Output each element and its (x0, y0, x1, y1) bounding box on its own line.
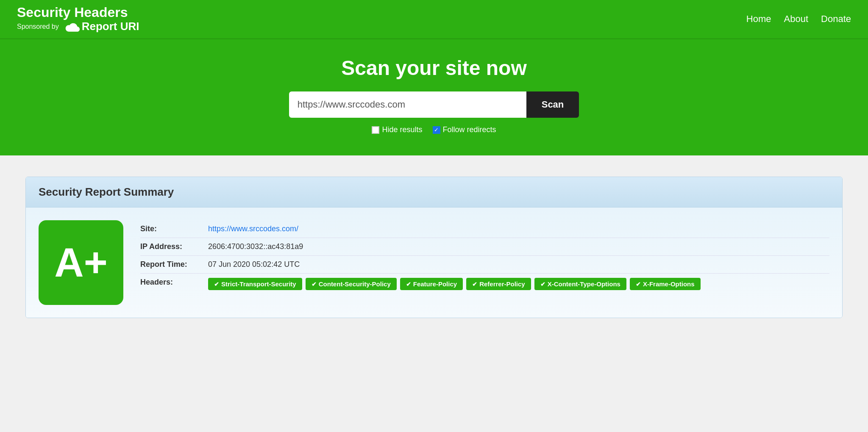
site-value: https://www.srccodes.com/ (208, 224, 829, 233)
time-row: Report Time: 07 Jun 2020 05:02:42 UTC (140, 256, 829, 274)
report-details: Site: https://www.srccodes.com/ IP Addre… (140, 220, 829, 294)
follow-redirects-option[interactable]: ✓ Follow redirects (433, 125, 496, 134)
badge-label: X-Content-Type-Options (548, 280, 620, 288)
badge-checkmark: ✔ (312, 281, 317, 288)
report-section-title: Security Report Summary (39, 186, 174, 198)
hero-section: Scan your site now Scan Hide results ✓ F… (0, 39, 868, 155)
headers-label: Headers: (140, 278, 208, 287)
badge-checkmark: ✔ (214, 281, 219, 288)
badge-checkmark: ✔ (540, 281, 545, 288)
header-badge: ✔Referrer-Policy (466, 278, 531, 290)
grade-value: A+ (54, 242, 107, 283)
report-section: Security Report Summary A+ Site: https:/… (0, 177, 868, 343)
header-badge: ✔X-Content-Type-Options (534, 278, 626, 290)
report-body: A+ Site: https://www.srccodes.com/ IP Ad… (26, 208, 842, 318)
time-label: Report Time: (140, 260, 208, 269)
headers-row: Headers: ✔Strict-Transport-Security✔Cont… (140, 274, 829, 294)
nav-home[interactable]: Home (746, 14, 771, 25)
sponsored-by-text: Sponsored by (17, 23, 59, 30)
badge-label: Content-Security-Policy (319, 280, 391, 288)
scan-button[interactable]: Scan (526, 91, 579, 118)
header-badge: ✔Content-Security-Policy (306, 278, 397, 290)
badge-label: X-Frame-Options (643, 280, 695, 288)
report-uri-text: Report URI (82, 20, 139, 33)
hero-form: Scan (8, 91, 860, 118)
site-row: Site: https://www.srccodes.com/ (140, 220, 829, 238)
hero-title: Scan your site now (8, 56, 860, 80)
site-link[interactable]: https://www.srccodes.com/ (208, 224, 298, 233)
time-value: 07 Jun 2020 05:02:42 UTC (208, 260, 829, 269)
badge-checkmark: ✔ (472, 281, 477, 288)
brand: Security Headers Sponsored by Report URI (17, 5, 139, 33)
hide-results-option[interactable]: Hide results (372, 125, 422, 134)
header-badge: ✔Strict-Transport-Security (208, 278, 302, 290)
ip-row: IP Address: 2606:4700:3032::ac43:81a9 (140, 238, 829, 256)
nav-links: Home About Donate (746, 14, 851, 25)
cloud-icon (62, 21, 79, 32)
grade-box: A+ (39, 220, 123, 305)
ip-value: 2606:4700:3032::ac43:81a9 (208, 242, 829, 251)
report-uri-logo: Report URI (62, 20, 139, 33)
url-input[interactable] (289, 91, 526, 118)
sponsored-by: Sponsored by Report URI (17, 20, 139, 33)
hide-results-checkbox[interactable] (372, 126, 379, 134)
follow-redirects-label: Follow redirects (443, 125, 496, 134)
brand-title: Security Headers (17, 5, 139, 20)
headers-container: ✔Strict-Transport-Security✔Content-Secur… (208, 278, 701, 290)
badge-checkmark: ✔ (636, 281, 641, 288)
navbar: Security Headers Sponsored by Report URI… (0, 0, 868, 39)
badge-label: Feature-Policy (413, 280, 457, 288)
header-badge: ✔X-Frame-Options (630, 278, 701, 290)
site-label: Site: (140, 224, 208, 233)
report-card: Security Report Summary A+ Site: https:/… (25, 177, 843, 318)
badge-label: Referrer-Policy (479, 280, 525, 288)
ip-label: IP Address: (140, 242, 208, 251)
header-badge: ✔Feature-Policy (400, 278, 463, 290)
hero-options: Hide results ✓ Follow redirects (8, 125, 860, 134)
badge-label: Strict-Transport-Security (221, 280, 296, 288)
nav-donate[interactable]: Donate (821, 14, 851, 25)
spacer (0, 155, 868, 177)
hide-results-label: Hide results (382, 125, 422, 134)
badge-checkmark: ✔ (406, 281, 411, 288)
follow-redirects-checkbox[interactable]: ✓ (433, 126, 440, 134)
report-header: Security Report Summary (26, 177, 842, 208)
nav-about[interactable]: About (784, 14, 809, 25)
